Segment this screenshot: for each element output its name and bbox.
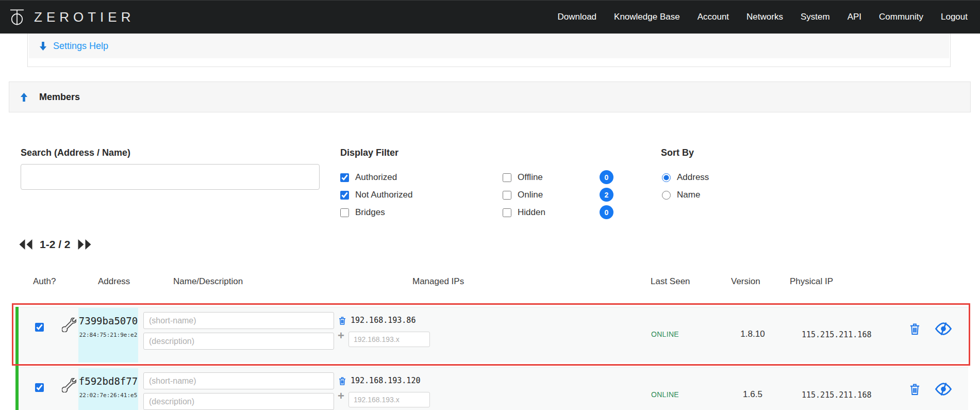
members-title: Members bbox=[39, 92, 80, 103]
bridges-label: Bridges bbox=[355, 207, 385, 218]
managed-ip-value: 192.168.193.120 bbox=[351, 376, 420, 385]
offline-checkbox[interactable] bbox=[503, 173, 511, 182]
nav-item-logout[interactable]: Logout bbox=[941, 12, 968, 22]
header-name-description: Name/Description bbox=[173, 276, 243, 287]
filter-hidden: Hidden bbox=[503, 207, 545, 218]
member-address-cell: 7399ba5070 22:84:75:21:9e:e2 bbox=[78, 308, 138, 363]
delete-ip-icon[interactable] bbox=[338, 376, 346, 386]
member-mac: 22:84:75:21:9e:e2 bbox=[78, 332, 138, 338]
member-row: 7399ba5070 22:84:75:21:9e:e2 192.168.193… bbox=[15, 307, 968, 363]
wrench-icon[interactable] bbox=[62, 378, 76, 395]
offline-label: Offline bbox=[518, 172, 543, 183]
member-physical-ip: 115.215.211.168 bbox=[802, 390, 871, 400]
members-section-header[interactable]: Members bbox=[9, 81, 971, 112]
hidden-count-badge: 0 bbox=[600, 205, 613, 219]
navbar-menu: Download Knowledge Base Account Networks… bbox=[557, 12, 980, 22]
header-version: Version bbox=[731, 276, 760, 287]
search-label: Search (Address / Name) bbox=[21, 147, 130, 158]
pagination-range: 1-2 / 2 bbox=[40, 238, 71, 251]
header-managed-ips: Managed IPs bbox=[412, 276, 464, 287]
nav-item-networks[interactable]: Networks bbox=[746, 12, 783, 22]
member-physical-ip: 115.215.211.168 bbox=[802, 330, 871, 339]
bridges-checkbox[interactable] bbox=[340, 208, 349, 217]
pagination: 1-2 / 2 bbox=[18, 238, 92, 251]
header-last-seen: Last Seen bbox=[651, 276, 690, 287]
member-version: 1.6.5 bbox=[724, 389, 781, 400]
last-seen-status: ONLINE bbox=[651, 330, 679, 338]
member-mac: 22:02:7e:26:41:e5 bbox=[78, 392, 138, 399]
description-input[interactable] bbox=[143, 333, 334, 350]
sort-address-radio[interactable] bbox=[662, 173, 671, 182]
member-auth-checkbox[interactable] bbox=[35, 323, 44, 332]
up-arrow-icon bbox=[20, 92, 28, 102]
filter-line: Not Authorized Online 2 bbox=[340, 188, 613, 202]
not-authorized-checkbox[interactable] bbox=[340, 191, 349, 200]
short-name-input[interactable] bbox=[143, 312, 334, 329]
hide-member-icon[interactable] bbox=[934, 322, 953, 336]
nav-item-download[interactable]: Download bbox=[557, 12, 596, 22]
authorized-checkbox[interactable] bbox=[340, 173, 349, 182]
members-table-header-row: Auth? Address Name/Description Managed I… bbox=[0, 276, 980, 288]
nav-item-system[interactable]: System bbox=[801, 12, 830, 22]
wrench-icon[interactable] bbox=[62, 318, 76, 334]
display-filter-label: Display Filter bbox=[340, 147, 398, 158]
header-address: Address bbox=[98, 276, 130, 287]
add-ip-input[interactable] bbox=[348, 332, 430, 347]
add-ip-icon[interactable]: + bbox=[338, 390, 344, 402]
zerotier-brand[interactable]: ZEROTIER bbox=[0, 7, 135, 27]
add-ip-icon[interactable]: + bbox=[338, 330, 344, 341]
settings-help-link[interactable]: Settings Help bbox=[39, 41, 108, 52]
member-auth-checkbox[interactable] bbox=[35, 383, 44, 392]
settings-panel-inset: Settings Help bbox=[29, 34, 949, 58]
sort-name-label: Name bbox=[677, 190, 700, 200]
sort-option-name: Name bbox=[662, 188, 700, 202]
delete-ip-icon[interactable] bbox=[338, 316, 346, 325]
add-ip-input[interactable] bbox=[348, 392, 430, 407]
authorized-indicator-bar bbox=[15, 307, 19, 410]
previous-page-icon[interactable] bbox=[18, 239, 34, 250]
hidden-label: Hidden bbox=[518, 207, 545, 218]
brand-text: ZEROTIER bbox=[34, 9, 135, 25]
member-row: f592bd8f77 22:02:7e:26:41:e5 192.168.193… bbox=[15, 367, 968, 410]
online-count-badge: 2 bbox=[600, 188, 613, 202]
not-authorized-label: Not Authorized bbox=[355, 190, 413, 200]
online-label: Online bbox=[518, 190, 543, 200]
next-page-icon[interactable] bbox=[77, 239, 92, 250]
settings-panel: Settings Help bbox=[27, 34, 951, 67]
filter-authorized: Authorized bbox=[340, 172, 503, 183]
hide-member-icon[interactable] bbox=[934, 382, 953, 396]
filter-online: Online bbox=[503, 190, 543, 200]
member-address-cell: f592bd8f77 22:02:7e:26:41:e5 bbox=[78, 368, 138, 410]
nav-item-knowledge-base[interactable]: Knowledge Base bbox=[614, 12, 680, 22]
zerotier-logo-icon bbox=[7, 7, 27, 27]
search-input[interactable] bbox=[21, 164, 320, 190]
settings-help-label: Settings Help bbox=[53, 41, 108, 52]
member-version: 1.8.10 bbox=[724, 329, 781, 339]
sort-option-address: Address bbox=[662, 170, 709, 185]
delete-member-icon[interactable] bbox=[909, 322, 921, 336]
sort-name-radio[interactable] bbox=[662, 191, 671, 200]
filter-not-authorized: Not Authorized bbox=[340, 190, 503, 200]
last-seen-status: ONLINE bbox=[651, 390, 679, 399]
description-input[interactable] bbox=[143, 393, 334, 410]
authorized-label: Authorized bbox=[355, 172, 397, 183]
offline-count-badge: 0 bbox=[600, 170, 613, 184]
short-name-input[interactable] bbox=[143, 372, 334, 389]
nav-item-community[interactable]: Community bbox=[879, 12, 923, 22]
online-checkbox[interactable] bbox=[503, 191, 511, 200]
filter-offline: Offline bbox=[503, 172, 543, 183]
top-navbar: ZEROTIER Download Knowledge Base Account… bbox=[0, 0, 980, 34]
filter-line: Bridges Hidden 0 bbox=[340, 205, 613, 220]
header-physical-ip: Physical IP bbox=[790, 276, 833, 287]
filter-bridges: Bridges bbox=[340, 207, 503, 218]
hidden-checkbox[interactable] bbox=[503, 208, 511, 217]
header-auth: Auth? bbox=[33, 276, 56, 287]
managed-ip-value: 192.168.193.86 bbox=[351, 316, 416, 325]
member-address: 7399ba5070 bbox=[78, 315, 138, 326]
sort-by-label: Sort By bbox=[661, 147, 694, 158]
delete-member-icon[interactable] bbox=[909, 383, 921, 396]
member-address: f592bd8f77 bbox=[78, 375, 138, 387]
nav-item-api[interactable]: API bbox=[848, 12, 861, 22]
nav-item-account[interactable]: Account bbox=[697, 12, 729, 22]
down-arrow-icon bbox=[39, 41, 47, 51]
